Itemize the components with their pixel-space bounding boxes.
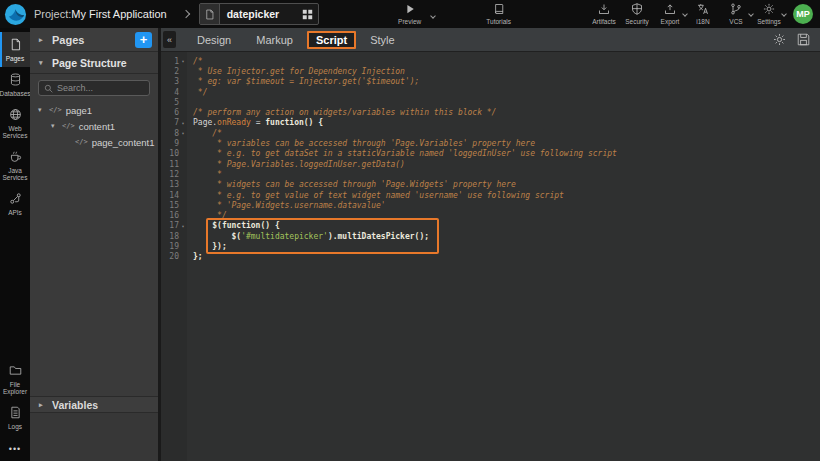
code-line[interactable]: 2 * Use Injector.get for Dependency Inje… bbox=[161, 66, 820, 76]
sidebar-item-label: Java Services bbox=[0, 167, 30, 181]
fold-marker-icon[interactable]: ▾ bbox=[179, 130, 187, 136]
play-icon bbox=[404, 3, 416, 16]
code-line-text: * 'Page.Widgets.username.datavalue' bbox=[187, 201, 386, 210]
line-number: 15 bbox=[161, 201, 179, 210]
code-line-text: /* bbox=[187, 129, 222, 138]
collapse-panel-button[interactable]: « bbox=[163, 31, 176, 48]
chevron-down-icon[interactable] bbox=[682, 11, 688, 17]
chevron-down-icon[interactable] bbox=[430, 13, 436, 19]
code-line[interactable]: 20}; bbox=[161, 252, 820, 262]
search-box[interactable] bbox=[38, 80, 150, 96]
sidebar-item-databases[interactable]: Databases bbox=[0, 67, 30, 102]
code-line[interactable]: 19 }); bbox=[161, 241, 820, 251]
activity-bar: PagesDatabasesWeb ServicesJava ServicesA… bbox=[0, 28, 30, 461]
pages-panel-header[interactable]: ▸ Pages + bbox=[30, 28, 158, 52]
vcs-button[interactable]: VCS bbox=[722, 3, 750, 25]
page-structure-title: Page Structure bbox=[52, 57, 127, 69]
code-line[interactable]: 8▾ /* bbox=[161, 128, 820, 138]
code-line[interactable]: 16 */ bbox=[161, 210, 820, 220]
page-structure-header[interactable]: ▾ Page Structure bbox=[30, 52, 158, 74]
code-line-text: * Use Injector.get for Dependency Inject… bbox=[187, 67, 405, 76]
fold-marker-icon[interactable]: ▾ bbox=[179, 223, 187, 229]
user-avatar[interactable]: MP bbox=[793, 4, 813, 24]
code-line-text: $('#multidatepicker').multiDatesPicker()… bbox=[187, 232, 429, 241]
export-label: Export bbox=[661, 18, 680, 25]
search-wrap bbox=[30, 74, 158, 101]
variables-section-header[interactable]: ▸ Variables bbox=[30, 396, 158, 413]
tutorials-button[interactable]: Tutorials bbox=[479, 3, 519, 25]
tree-item-page1[interactable]: ▾</>page1 bbox=[30, 102, 158, 118]
sidebar-item-file-explorer[interactable]: File Explorer bbox=[0, 358, 30, 400]
fold-marker-icon[interactable]: ▾ bbox=[179, 58, 187, 64]
code-line[interactable]: 10 * e.g. to get dataSet in a staticVari… bbox=[161, 149, 820, 159]
sidebar-item-web-services[interactable]: Web Services bbox=[0, 102, 30, 144]
code-line[interactable]: 4 */ bbox=[161, 87, 820, 97]
more-options-icon[interactable]: ••• bbox=[0, 437, 30, 461]
chevron-down-icon[interactable] bbox=[781, 11, 787, 17]
security-button[interactable]: Security bbox=[623, 3, 651, 25]
code-line[interactable]: 5 bbox=[161, 97, 820, 107]
line-number: 1 bbox=[161, 57, 179, 66]
tab-design[interactable]: Design bbox=[186, 31, 242, 49]
preview-button[interactable]: Preview bbox=[393, 3, 427, 25]
wavemaker-logo-icon[interactable] bbox=[4, 3, 27, 26]
sidebar-item-apis[interactable]: APIs bbox=[0, 186, 30, 221]
code-line-text: /* bbox=[187, 57, 203, 66]
settings-icon bbox=[763, 3, 775, 16]
tab-style[interactable]: Style bbox=[359, 31, 405, 49]
sidebar-item-java-services[interactable]: Java Services bbox=[0, 144, 30, 186]
triangle-right-icon: ▸ bbox=[39, 401, 46, 409]
triangle-down-icon[interactable]: ▾ bbox=[51, 122, 58, 130]
page-file-icon bbox=[200, 4, 220, 24]
search-icon bbox=[44, 84, 53, 93]
code-editor[interactable]: 1▾/*2 * Use Injector.get for Dependency … bbox=[161, 52, 820, 461]
add-page-button[interactable]: + bbox=[135, 32, 152, 48]
code-line-text: }; bbox=[187, 252, 203, 261]
tab-script[interactable]: Script bbox=[307, 31, 356, 49]
code-line-text: Page.onReady = function() { bbox=[187, 118, 323, 127]
code-line[interactable]: 3 * eg: var $timeout = Injector.get('$ti… bbox=[161, 77, 820, 87]
triangle-down-icon[interactable]: ▾ bbox=[38, 106, 45, 114]
code-line[interactable]: 12 * bbox=[161, 169, 820, 179]
settings-button[interactable]: Settings bbox=[755, 3, 783, 25]
line-number: 3 bbox=[161, 77, 179, 86]
page-tab-datepicker[interactable]: datepicker bbox=[199, 3, 319, 25]
chevron-down-icon[interactable] bbox=[748, 11, 754, 17]
tree-item-page-content1[interactable]: </>page_content1 bbox=[30, 134, 158, 150]
sidebar-item-logs[interactable]: Logs bbox=[0, 400, 30, 435]
code-line[interactable]: 1▾/* bbox=[161, 56, 820, 66]
export-button[interactable]: Export bbox=[656, 3, 684, 25]
code-line[interactable]: 7▾Page.onReady = function() { bbox=[161, 118, 820, 128]
line-number: 19 bbox=[161, 242, 179, 251]
code-line[interactable]: 18 $('#multidatepicker').multiDatesPicke… bbox=[161, 231, 820, 241]
tutorials-icon bbox=[493, 3, 505, 16]
grid-icon[interactable] bbox=[302, 9, 313, 20]
artifacts-button[interactable]: Artifacts bbox=[590, 3, 618, 25]
code-line[interactable]: 17▾ $(function() { bbox=[161, 221, 820, 231]
tree-item-content1[interactable]: ▾</>content1 bbox=[30, 118, 158, 134]
code-line[interactable]: 13 * widgets can be accessed through 'Pa… bbox=[161, 180, 820, 190]
code-line[interactable]: 9 * variables can be accessed through 'P… bbox=[161, 138, 820, 148]
apis-icon bbox=[9, 192, 22, 206]
sidebar-item-label: Pages bbox=[6, 55, 24, 62]
file-explorer-icon bbox=[9, 364, 22, 378]
code-area[interactable]: 1▾/*2 * Use Injector.get for Dependency … bbox=[161, 52, 820, 262]
sidebar-item-pages[interactable]: Pages bbox=[0, 32, 30, 67]
fold-marker-icon[interactable]: ▾ bbox=[179, 120, 187, 126]
tab-markup[interactable]: Markup bbox=[245, 31, 304, 49]
code-line[interactable]: 14 * e.g. to get value of text widget na… bbox=[161, 190, 820, 200]
chevron-right-icon bbox=[181, 10, 189, 18]
database-icon bbox=[9, 73, 22, 87]
page-tab-label: datepicker bbox=[220, 8, 302, 20]
line-number: 11 bbox=[161, 160, 179, 169]
line-number: 14 bbox=[161, 191, 179, 200]
topbar: Project:My First Application datepicker … bbox=[0, 0, 820, 28]
i18n-button[interactable]: i18N bbox=[689, 3, 717, 25]
code-line[interactable]: 6/* perform any action on widgets/variab… bbox=[161, 107, 820, 117]
search-input[interactable] bbox=[57, 83, 144, 93]
code-line[interactable]: 15 * 'Page.Widgets.username.datavalue' bbox=[161, 200, 820, 210]
code-line-text: /* perform any action on widgets/variabl… bbox=[187, 108, 496, 117]
code-line[interactable]: 11 * Page.Variables.loggedInUser.getData… bbox=[161, 159, 820, 169]
gear-icon[interactable] bbox=[773, 33, 786, 46]
save-icon[interactable] bbox=[797, 33, 810, 46]
